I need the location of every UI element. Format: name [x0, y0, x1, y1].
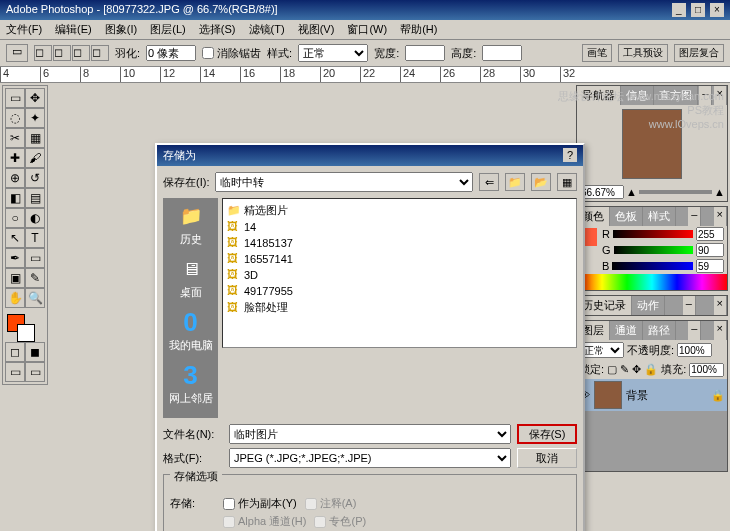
file-list[interactable]: 📁精选图片 🖼14 🖼14185137 🖼16557141 🖼3D 🖼49177… — [222, 198, 577, 348]
menu-file[interactable]: 文件(F) — [6, 23, 42, 35]
tab-histogram[interactable]: 直方图 — [654, 86, 698, 105]
tab-paths[interactable]: 路径 — [643, 321, 676, 340]
savein-select[interactable]: 临时中转 — [215, 172, 473, 192]
tab-tool-presets[interactable]: 工具预设 — [618, 44, 668, 62]
menu-help[interactable]: 帮助(H) — [400, 23, 437, 35]
eyedropper-tool[interactable]: ✎ — [25, 268, 45, 288]
panel-close-icon[interactable]: × — [714, 321, 727, 340]
menu-window[interactable]: 窗口(W) — [347, 23, 387, 35]
heal-tool[interactable]: ✚ — [5, 148, 25, 168]
feather-input[interactable] — [146, 45, 196, 61]
selection-mode-icons[interactable]: ◻◻◻◻ — [34, 45, 109, 61]
b-slider[interactable] — [612, 262, 693, 270]
panel-close-icon[interactable]: × — [714, 86, 727, 105]
pen-tool[interactable]: ✒ — [5, 248, 25, 268]
up-icon[interactable]: 📁 — [505, 173, 525, 191]
antialias-checkbox[interactable] — [202, 47, 214, 59]
place-network[interactable]: 3网上邻居 — [167, 361, 214, 406]
screen-mode-1[interactable]: ▭ — [5, 362, 25, 382]
color-swatches[interactable] — [5, 312, 45, 342]
tab-actions[interactable]: 动作 — [632, 296, 665, 315]
zoom-tool[interactable]: 🔍 — [25, 288, 45, 308]
width-input[interactable] — [405, 45, 445, 61]
height-input[interactable] — [482, 45, 522, 61]
viewmode-icon[interactable]: ▦ — [557, 173, 577, 191]
layer-row[interactable]: 👁 背景 🔒 — [577, 379, 727, 411]
blur-tool[interactable]: ○ — [5, 208, 25, 228]
list-item[interactable]: 🖼16557141 — [226, 251, 573, 267]
gradient-tool[interactable]: ▤ — [25, 188, 45, 208]
zoom-out-icon[interactable]: ▲ — [626, 186, 637, 198]
g-input[interactable] — [696, 243, 724, 257]
eraser-tool[interactable]: ◧ — [5, 188, 25, 208]
list-item[interactable]: 🖼脸部处理 — [226, 299, 573, 316]
style-select[interactable]: 正常 — [298, 44, 368, 62]
format-select[interactable]: JPEG (*.JPG;*.JPEG;*.JPE) — [229, 448, 511, 468]
back-icon[interactable]: ⇐ — [479, 173, 499, 191]
opacity-input[interactable] — [677, 343, 712, 357]
place-history[interactable]: 📁历史 — [167, 202, 214, 247]
blend-mode-select[interactable]: 正常 — [579, 342, 624, 358]
type-tool[interactable]: T — [25, 228, 45, 248]
minimize-icon[interactable]: _ — [672, 3, 686, 17]
tab-navigator[interactable]: 导航器 — [577, 86, 621, 105]
list-item[interactable]: 🖼3D — [226, 267, 573, 283]
navigator-preview[interactable] — [622, 109, 682, 179]
history-brush[interactable]: ↺ — [25, 168, 45, 188]
zoom-slider[interactable] — [639, 190, 712, 194]
copy-checkbox[interactable] — [223, 498, 235, 510]
tab-layer-comps[interactable]: 图层复合 — [674, 44, 724, 62]
zoom-in-icon[interactable]: ▲ — [714, 186, 725, 198]
quickmask-off[interactable]: ◻ — [5, 342, 25, 362]
dodge-tool[interactable]: ◐ — [25, 208, 45, 228]
r-slider[interactable] — [613, 230, 693, 238]
crop-tool[interactable]: ✂ — [5, 128, 25, 148]
move-tool[interactable]: ✥ — [25, 88, 45, 108]
panel-minimize-icon[interactable]: – — [688, 321, 701, 340]
tab-styles[interactable]: 样式 — [643, 207, 676, 226]
menu-select[interactable]: 选择(S) — [199, 23, 236, 35]
stamp-tool[interactable]: ⊕ — [5, 168, 25, 188]
shape-tool[interactable]: ▭ — [25, 248, 45, 268]
panel-close-icon[interactable]: × — [714, 296, 727, 315]
cancel-button[interactable]: 取消 — [517, 448, 577, 468]
list-item[interactable]: 🖼49177955 — [226, 283, 573, 299]
filename-input[interactable]: 临时图片 — [229, 424, 511, 444]
fill-input[interactable] — [689, 363, 724, 377]
tab-info[interactable]: 信息 — [621, 86, 654, 105]
panel-close-icon[interactable]: × — [714, 207, 727, 226]
background-color[interactable] — [17, 324, 35, 342]
wand-tool[interactable]: ✦ — [25, 108, 45, 128]
menu-edit[interactable]: 编辑(E) — [55, 23, 92, 35]
list-item[interactable]: 🖼14 — [226, 219, 573, 235]
maximize-icon[interactable]: □ — [691, 3, 705, 17]
g-slider[interactable] — [614, 246, 693, 254]
list-item[interactable]: 🖼14185137 — [226, 235, 573, 251]
list-item[interactable]: 📁精选图片 — [226, 202, 573, 219]
marquee-tool[interactable]: ▭ — [5, 88, 25, 108]
lasso-tool[interactable]: ◌ — [5, 108, 25, 128]
r-input[interactable] — [696, 227, 724, 241]
place-desktop[interactable]: 🖥桌面 — [167, 255, 214, 300]
menu-image[interactable]: 图象(I) — [105, 23, 137, 35]
notes-tool[interactable]: ▣ — [5, 268, 25, 288]
dialog-help-icon[interactable]: ? — [563, 148, 577, 162]
panel-minimize-icon[interactable]: – — [683, 296, 696, 315]
save-button[interactable]: 保存(S) — [517, 424, 577, 444]
hand-tool[interactable]: ✋ — [5, 288, 25, 308]
menu-layer[interactable]: 图层(L) — [150, 23, 185, 35]
slice-tool[interactable]: ▦ — [25, 128, 45, 148]
tab-swatches[interactable]: 色板 — [610, 207, 643, 226]
menu-filter[interactable]: 滤镜(T) — [249, 23, 285, 35]
color-spectrum[interactable] — [577, 274, 727, 290]
tab-brushes[interactable]: 画笔 — [582, 44, 612, 62]
newfolder-icon[interactable]: 📂 — [531, 173, 551, 191]
marquee-tool-icon[interactable]: ▭ — [6, 44, 28, 62]
brush-tool[interactable]: 🖌 — [25, 148, 45, 168]
place-mycomputer[interactable]: 0我的电脑 — [167, 308, 214, 353]
panel-minimize-icon[interactable]: – — [688, 207, 701, 226]
lock-icons[interactable]: ▢ ✎ ✥ 🔒 — [607, 363, 658, 376]
path-tool[interactable]: ↖ — [5, 228, 25, 248]
screen-mode-2[interactable]: ▭ — [25, 362, 45, 382]
tab-channels[interactable]: 通道 — [610, 321, 643, 340]
